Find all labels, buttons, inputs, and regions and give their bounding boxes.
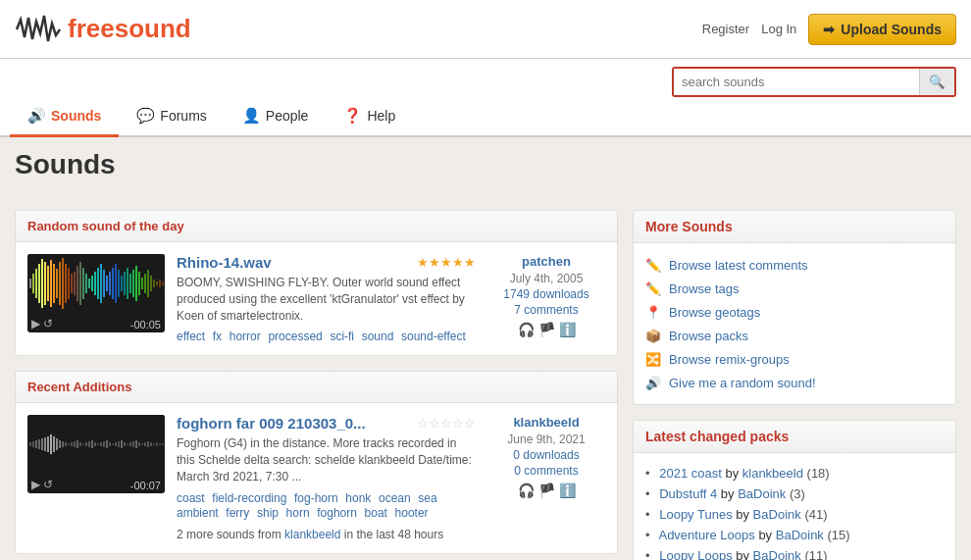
svg-rect-56 bbox=[53, 436, 55, 452]
random-sound-date: July 4th, 2005 bbox=[487, 272, 605, 285]
pack-user-badoink-3[interactable]: BaDoink bbox=[776, 528, 824, 542]
random-sound-title[interactable]: Rhino-14.wav bbox=[177, 254, 272, 271]
random-sound-comments[interactable]: 7 comments bbox=[487, 303, 605, 317]
tag-sound[interactable]: sound bbox=[362, 330, 394, 343]
page-title: Sounds bbox=[15, 149, 956, 180]
browse-latest-comments-link[interactable]: ✏️ Browse latest comments bbox=[645, 253, 944, 277]
search-input[interactable] bbox=[674, 69, 919, 95]
tag-horror[interactable]: horror bbox=[230, 330, 261, 343]
svg-rect-21 bbox=[88, 279, 90, 288]
tag-ship[interactable]: ship bbox=[257, 506, 279, 520]
logo[interactable]: freesound bbox=[15, 10, 191, 49]
svg-rect-73 bbox=[103, 441, 105, 447]
pack-user-badoink-2[interactable]: BaDoink bbox=[753, 507, 801, 522]
note-user-link[interactable]: klankbeeld bbox=[284, 528, 340, 541]
more-sounds-section: More Sounds ✏️ Browse latest comments ✏️… bbox=[633, 210, 956, 405]
random-sound-waveform[interactable]: ▶ ↺ -00:05 bbox=[27, 254, 165, 332]
pack-user-badoink-1[interactable]: BaDoink bbox=[738, 486, 786, 501]
recent-sound-meta: klankbeeld June 9th, 2021 0 downloads 0 … bbox=[487, 415, 605, 540]
tag-boat[interactable]: boat bbox=[365, 506, 387, 520]
svg-rect-1 bbox=[29, 279, 31, 288]
tag-ocean[interactable]: ocean bbox=[379, 491, 411, 505]
tag-ambient[interactable]: ambient bbox=[177, 506, 219, 520]
svg-rect-77 bbox=[115, 442, 117, 446]
recent-info-icon[interactable]: ℹ️ bbox=[559, 483, 576, 498]
nav-item-help[interactable]: ❓ Help bbox=[326, 97, 413, 137]
svg-rect-57 bbox=[56, 438, 58, 450]
info-icon[interactable]: ℹ️ bbox=[559, 322, 576, 337]
nav-item-people[interactable]: 👤 People bbox=[225, 97, 327, 137]
svg-rect-30 bbox=[115, 264, 117, 303]
random-icon: 🔊 bbox=[645, 375, 661, 390]
nav-item-sounds[interactable]: 🔊 Sounds bbox=[10, 97, 119, 137]
remix-icon: 🔀 bbox=[645, 351, 661, 367]
recent-sound-downloads[interactable]: 0 downloads bbox=[487, 448, 605, 462]
browse-remix-groups-link[interactable]: 🔀 Browse remix-groups bbox=[645, 347, 944, 371]
svg-rect-9 bbox=[53, 264, 55, 303]
tag-honk[interactable]: honk bbox=[345, 491, 371, 505]
tag-sea[interactable]: sea bbox=[418, 491, 436, 505]
tag-effect[interactable]: effect bbox=[177, 330, 205, 343]
svg-rect-12 bbox=[62, 258, 64, 309]
forums-icon: 💬 bbox=[136, 107, 155, 125]
tag-fog-horn[interactable]: fog-horn bbox=[294, 491, 338, 505]
browse-geotags-link[interactable]: 📍 Browse geotags bbox=[645, 300, 944, 324]
tag-coast[interactable]: coast bbox=[177, 491, 205, 505]
random-sound-downloads[interactable]: 1749 downloads bbox=[487, 287, 605, 301]
random-sound-link[interactable]: 🔊 Give me a random sound! bbox=[645, 371, 944, 394]
tag-sci-fi[interactable]: sci-fi bbox=[330, 330, 354, 343]
browse-packs-label: Browse packs bbox=[669, 329, 748, 343]
nav-item-forums[interactable]: 💬 Forums bbox=[119, 97, 224, 137]
recent-play-button[interactable]: ▶ ↺ bbox=[31, 478, 53, 491]
recent-flag-icon[interactable]: 🏴 bbox=[538, 483, 555, 498]
pack-by-1: by bbox=[721, 486, 738, 501]
tag-ferry[interactable]: ferry bbox=[226, 506, 249, 520]
recent-sound-comments[interactable]: 0 comments bbox=[487, 464, 605, 478]
recent-sound-tags: coast field-recording fog-horn honk ocea… bbox=[177, 490, 476, 520]
random-sound-user[interactable]: patchen bbox=[487, 254, 605, 269]
svg-rect-93 bbox=[162, 443, 164, 445]
recent-sound-waveform[interactable]: ▶ ↺ -00:07 bbox=[27, 415, 165, 493]
pack-user-badoink-4[interactable]: BaDoink bbox=[753, 548, 801, 560]
tag-sound-effect[interactable]: sound-effect bbox=[401, 330, 466, 343]
tag-horn[interactable]: horn bbox=[286, 506, 310, 520]
tag-fx[interactable]: fx bbox=[213, 330, 222, 343]
play-button[interactable]: ▶ ↺ bbox=[31, 317, 53, 331]
login-link[interactable]: Log In bbox=[761, 22, 796, 36]
tag-processed[interactable]: processed bbox=[268, 330, 322, 343]
svg-rect-40 bbox=[144, 274, 146, 293]
svg-rect-34 bbox=[127, 268, 128, 299]
pack-dubstuff4[interactable]: Dubstuff 4 bbox=[659, 486, 717, 501]
svg-rect-29 bbox=[112, 268, 114, 299]
tag-foghorn[interactable]: foghorn bbox=[317, 506, 357, 520]
browse-tags-link[interactable]: ✏️ Browse tags bbox=[645, 277, 944, 300]
recent-sound-title[interactable]: foghorn far 009 210303_0... bbox=[177, 415, 366, 432]
register-link[interactable]: Register bbox=[702, 22, 749, 36]
pack-by-2: by bbox=[736, 507, 752, 522]
svg-rect-41 bbox=[147, 270, 149, 297]
svg-rect-70 bbox=[94, 442, 96, 446]
random-sound-body: ▶ ↺ -00:05 Rhino-14.wav ★★★★★ BOOMY, SWI… bbox=[16, 242, 617, 355]
recent-sound-user[interactable]: klankbeeld bbox=[487, 415, 605, 430]
browse-packs-link[interactable]: 📦 Browse packs bbox=[645, 324, 944, 347]
tag-field-recording[interactable]: field-recording bbox=[212, 491, 286, 505]
svg-rect-11 bbox=[59, 262, 61, 305]
upload-button[interactable]: ➡ Upload Sounds bbox=[808, 14, 956, 45]
svg-rect-61 bbox=[68, 443, 70, 445]
tag-hooter[interactable]: hooter bbox=[395, 506, 429, 520]
note-prefix: 2 more sounds from bbox=[177, 528, 281, 541]
svg-rect-53 bbox=[44, 437, 46, 451]
headphone-icon[interactable]: 🎧 bbox=[518, 322, 535, 337]
pack-loopy-loops[interactable]: Loopy Loops bbox=[659, 548, 732, 560]
recent-headphone-icon[interactable]: 🎧 bbox=[518, 483, 535, 498]
svg-rect-36 bbox=[132, 270, 134, 297]
browse-latest-comments-label: Browse latest comments bbox=[669, 258, 808, 273]
search-button[interactable]: 🔍 bbox=[919, 69, 954, 95]
pack-adventure-loops[interactable]: Adventure Loops bbox=[658, 528, 754, 542]
pack-user-klankbeeld-0[interactable]: klankbeeld bbox=[742, 466, 803, 481]
flag-icon[interactable]: 🏴 bbox=[538, 322, 555, 337]
svg-rect-80 bbox=[124, 442, 126, 446]
pack-loopy-tunes[interactable]: Loopy Tunes bbox=[659, 507, 732, 522]
svg-rect-25 bbox=[100, 264, 102, 303]
pack-2021-coast[interactable]: 2021 coast bbox=[659, 466, 722, 481]
